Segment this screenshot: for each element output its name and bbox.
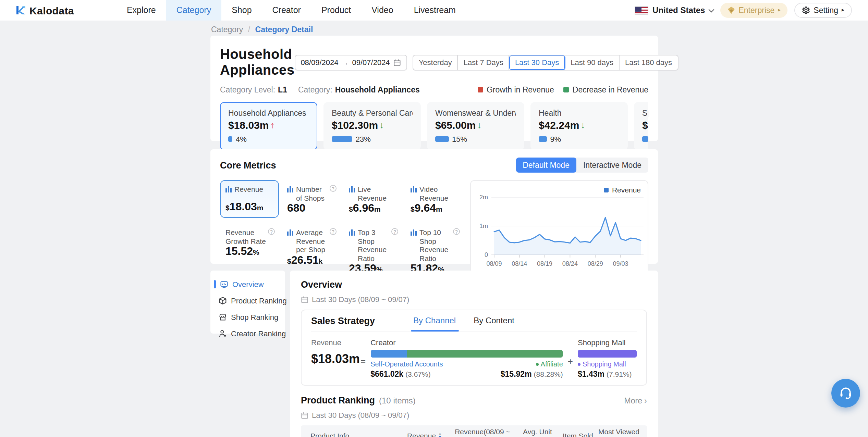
help-icon[interactable]: ?: [391, 228, 398, 235]
range-last-180-days[interactable]: Last 180 days: [620, 55, 677, 70]
gem-icon: [727, 6, 735, 14]
page-title: Household Appliances: [220, 47, 294, 78]
revenue-label: Revenue: [311, 338, 360, 347]
tab-by-content[interactable]: By Content: [474, 316, 514, 331]
help-icon[interactable]: ?: [330, 185, 337, 192]
default-mode-button[interactable]: Default Mode: [516, 158, 576, 173]
help-icon[interactable]: ?: [453, 228, 460, 235]
help-icon[interactable]: ?: [268, 228, 275, 235]
metric-video-revenue[interactable]: Video Revenue ? $9.64m: [405, 180, 464, 218]
overview-period: Last 30 Days (08/09 ~ 09/07): [301, 295, 647, 303]
bar-chart-icon: [411, 186, 417, 194]
nav-item-livestream[interactable]: Livestream: [404, 0, 466, 21]
cube-icon: [219, 297, 227, 305]
arrow-right-icon: ▸: [842, 8, 844, 13]
interactive-mode-button[interactable]: Interactive Mode: [576, 158, 648, 173]
range-last-90-days[interactable]: Last 90 days: [565, 55, 620, 70]
nav-item-product[interactable]: Product: [311, 0, 361, 21]
nav-item-creator[interactable]: Creator: [262, 0, 311, 21]
svg-text:0: 0: [485, 251, 488, 258]
category-card-health[interactable]: Health $42.24m↓ 9%: [530, 102, 628, 150]
creator-label: Creator: [370, 338, 563, 347]
category-card-beauty-personal-care[interactable]: Beauty & Personal Care $102.30m↓ 23%: [323, 102, 421, 150]
revenue-chart-svg: 01m2m08/0908/1408/1908/2408/2909/03: [471, 181, 649, 275]
calendar-icon: [393, 59, 401, 66]
range-yesterday[interactable]: Yesterday: [413, 55, 458, 70]
help-icon[interactable]: ?: [330, 228, 337, 235]
nav-item-explore[interactable]: Explore: [117, 0, 166, 21]
settings-button[interactable]: Setting ▸: [794, 3, 852, 18]
metrics-grid: Revenue ? $18.03m Number of Shops ? 680 …: [220, 180, 464, 275]
category-card-womenswear-underwear[interactable]: Womenswear & Underwear $65.00m↓ 15%: [427, 102, 524, 150]
affiliate-value: $15.92m: [501, 370, 532, 378]
sidebar-item-overview[interactable]: Overview: [210, 278, 285, 290]
breadcrumb-separator: /: [248, 25, 250, 34]
date-controls: 08/09/2024 → 09/07/2024 Yesterday Last 7…: [294, 54, 678, 70]
nav-item-video[interactable]: Video: [361, 0, 404, 21]
nav-item-category[interactable]: Category: [166, 0, 221, 21]
svg-text:08/24: 08/24: [562, 260, 578, 267]
growth-color-swatch: [478, 87, 483, 92]
sidebar-item-product-ranking[interactable]: Product Ranking: [210, 295, 285, 307]
self-operated-segment: [370, 350, 407, 358]
plus-sign: +: [568, 356, 573, 366]
support-button[interactable]: [831, 379, 860, 408]
breadcrumb-current: Category Detail: [255, 25, 313, 34]
nav-item-shop[interactable]: Shop: [221, 0, 262, 21]
metric-top3-shop-revenue-ratio[interactable]: Top 3 Shop Revenue Ratio ? 23.59%: [343, 223, 402, 261]
svg-text:08/29: 08/29: [588, 260, 603, 267]
affiliate-segment: [407, 350, 563, 358]
tab-by-channel[interactable]: By Channel: [413, 316, 456, 331]
range-last-30-days[interactable]: Last 30 Days: [510, 55, 565, 70]
arrow-right-icon: ▸: [778, 8, 781, 13]
gear-icon: [802, 6, 810, 14]
svg-text:08/19: 08/19: [537, 260, 552, 267]
enterprise-badge[interactable]: Enterprise ▸: [720, 3, 787, 18]
decrease-color-swatch: [564, 87, 569, 92]
main-menu: Explore Category Shop Creator Product Vi…: [117, 0, 466, 21]
metric-number-of-shops[interactable]: Number of Shops ? 680: [282, 180, 341, 218]
product-table-header: Product Info Revenue ▲▼ Revenue(08/09 ~ …: [301, 425, 647, 437]
shopping-mall-legend: Shopping Mall: [578, 360, 637, 368]
metric-average-revenue-per-shop[interactable]: Average Revenue per Shop ? $26.51k: [282, 223, 341, 261]
sidebar-item-creator-ranking[interactable]: Creator Ranking: [210, 327, 285, 340]
overview-panel: Overview Last 30 Days (08/09 ~ 09/07) Sa…: [290, 271, 658, 437]
affiliate-dot: [536, 363, 539, 365]
brand-name: Kalodata: [29, 4, 74, 16]
column-revenue-sortable[interactable]: Revenue ▲▼: [402, 432, 442, 437]
range-last-7-days[interactable]: Last 7 Days: [458, 55, 510, 70]
metric-revenue-growth-rate[interactable]: Revenue Growth Rate ? 15.52%: [220, 223, 279, 261]
share-bar: [435, 136, 449, 142]
category-value: Household Appliances: [335, 86, 420, 94]
enterprise-label: Enterprise: [738, 6, 774, 14]
sidebar-item-shop-ranking[interactable]: Shop Ranking: [210, 311, 285, 323]
sales-strategy-tabs: By Channel By Content: [413, 316, 514, 331]
more-link[interactable]: More ›: [624, 397, 647, 405]
mode-toggle: Default Mode Interactive Mode: [516, 158, 648, 173]
setting-label: Setting: [814, 6, 838, 14]
legend-growth: Growth in Revenue: [478, 86, 554, 94]
shopping-mall-bar: [578, 350, 637, 358]
category-card-household-appliances[interactable]: Household Appliances $18.03m↑ 4%: [220, 102, 317, 150]
category-header-card: Household Appliances 08/09/2024 → 09/07/…: [210, 36, 658, 141]
storefront-icon: [219, 313, 227, 321]
metric-revenue[interactable]: Revenue ? $18.03m: [220, 180, 279, 218]
kalodata-logo[interactable]: Kalodata: [15, 4, 74, 16]
trend-arrow-icon: ↑: [270, 120, 274, 130]
metric-top10-shop-revenue-ratio[interactable]: Top 10 Shop Revenue Ratio ? 51.82%: [405, 223, 464, 261]
chevron-down-icon: [708, 7, 714, 12]
carousel-next-button[interactable]: ›: [643, 118, 647, 130]
date-range-input[interactable]: 08/09/2024 → 09/07/2024: [294, 54, 407, 70]
svg-text:08/09: 08/09: [486, 260, 502, 267]
product-ranking-title: Product Ranking: [301, 395, 375, 405]
svg-text:1m: 1m: [479, 223, 488, 229]
metric-live-revenue[interactable]: Live Revenue ? $6.96m: [343, 180, 402, 218]
breadcrumb-category[interactable]: Category: [211, 25, 243, 34]
bar-chart-icon: [411, 229, 417, 237]
share-bar: [228, 136, 232, 142]
equals-sign: =: [360, 356, 366, 366]
core-metrics-title: Core Metrics: [220, 160, 276, 170]
affiliate-label: Affiliate: [536, 360, 563, 368]
region-selector[interactable]: United States: [635, 5, 713, 15]
date-range-arrow: →: [342, 59, 349, 66]
